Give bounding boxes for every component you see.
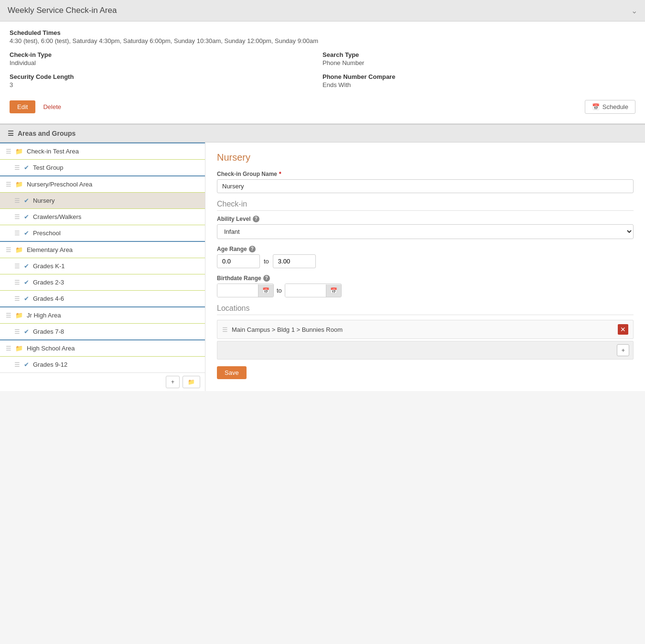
age-range-row: to <box>217 254 634 268</box>
group-name: Grades 2-3 <box>33 279 64 286</box>
folder-icon: 📁 <box>15 312 23 319</box>
folder-icon: 📁 <box>15 148 23 155</box>
drag-icon: ☰ <box>14 279 20 286</box>
group-item[interactable]: ☰ ✔ Grades K-1 <box>0 258 205 274</box>
edit-button[interactable]: Edit <box>10 100 35 113</box>
drag-icon: ☰ <box>14 164 20 171</box>
info-section: Scheduled Times 4:30 (test), 6:00 (test)… <box>0 22 645 124</box>
group-title: Nursery <box>217 152 634 163</box>
drag-icon: ☰ <box>6 312 11 319</box>
area-item[interactable]: ☰ 📁 Jr High Area <box>0 306 205 323</box>
birthdate-to-wrap: 📅 <box>285 284 342 297</box>
ability-level-group: Ability Level ? Infant Child Teen Adult <box>217 216 634 239</box>
checkin-type-label: Check-in Type <box>10 51 322 58</box>
check-circle-icon: ✔ <box>24 229 29 237</box>
age-range-label: Age Range ? <box>217 246 634 252</box>
areas-title: Areas and Groups <box>18 130 75 137</box>
drag-icon: ☰ <box>6 181 11 188</box>
save-button[interactable]: Save <box>217 366 247 379</box>
page-title: Weekly Service Check-in Area <box>8 6 117 15</box>
left-panel: ☰ 📁 Check-in Test Area ☰ ✔ Test Group ☰ … <box>0 142 205 391</box>
info-row: Check-in Type Individual Security Code L… <box>10 51 635 95</box>
age-range-from-input[interactable] <box>217 254 260 268</box>
add-folder-button[interactable]: 📁 <box>183 376 200 388</box>
age-range-group: Age Range ? to <box>217 246 634 268</box>
calendar-icon: 📅 <box>592 103 600 110</box>
checkin-group-name-label: Check-in Group Name * <box>217 171 634 177</box>
security-code-value: 3 <box>10 81 322 88</box>
drag-icon: ☰ <box>6 345 11 352</box>
delete-button[interactable]: Delete <box>43 103 61 110</box>
folder-icon: 📁 <box>15 246 23 253</box>
actions-row: Edit Delete 📅 Schedule <box>10 100 635 114</box>
group-item[interactable]: ☰ ✔ Crawlers/Walkers <box>0 208 205 225</box>
age-range-to-text: to <box>264 258 269 265</box>
search-type-col: Search Type Phone Number Phone Number Co… <box>322 51 635 95</box>
security-code-label: Security Code Length <box>10 73 322 80</box>
group-name: Test Group <box>33 164 64 171</box>
scheduled-times-label: Scheduled Times <box>10 29 635 36</box>
phone-compare-label: Phone Number Compare <box>322 73 635 80</box>
area-item[interactable]: ☰ 📁 Check-in Test Area <box>0 142 205 159</box>
location-row: ☰ Main Campus > Bldg 1 > Bunnies Room ✕ <box>217 320 634 339</box>
ability-help-icon: ? <box>253 216 259 222</box>
area-name: Elementary Area <box>27 246 73 253</box>
add-button[interactable]: + <box>166 376 180 388</box>
group-item[interactable]: ☰ ✔ Preschool <box>0 225 205 241</box>
birthdate-to-text: to <box>277 287 282 294</box>
drag-icon: ☰ <box>14 213 20 220</box>
search-type-value: Phone Number <box>322 59 635 66</box>
check-circle-icon: ✔ <box>24 197 29 204</box>
check-circle-icon: ✔ <box>24 295 29 302</box>
add-location-row: + <box>217 341 634 360</box>
group-name: Preschool <box>33 229 61 237</box>
checkin-group-name-input[interactable] <box>217 179 634 193</box>
right-panel: Nursery Check-in Group Name * Check-in A… <box>205 142 645 389</box>
drag-icon: ☰ <box>14 229 20 237</box>
drag-icon: ☰ <box>14 361 20 368</box>
search-type-label: Search Type <box>322 51 635 58</box>
location-path: Main Campus > Bldg 1 > Bunnies Room <box>232 326 343 333</box>
locations-title: Locations <box>217 304 634 315</box>
birthdate-to-input[interactable] <box>285 284 326 297</box>
area-name: Jr High Area <box>27 312 61 319</box>
birthdate-range-label: Birthdate Range ? <box>217 275 634 282</box>
ability-level-select[interactable]: Infant Child Teen Adult <box>217 224 634 239</box>
birthdate-help-icon: ? <box>263 275 270 282</box>
group-item[interactable]: ☰ ✔ Grades 4-6 <box>0 290 205 306</box>
age-range-to-input[interactable] <box>273 254 316 268</box>
page-header: Weekly Service Check-in Area ⌄ <box>0 0 645 22</box>
area-item[interactable]: ☰ 📁 High School Area <box>0 339 205 356</box>
area-item[interactable]: ☰ 📁 Nursery/Preschool Area <box>0 175 205 192</box>
checkin-section-title: Check-in <box>217 200 634 211</box>
add-location-button[interactable]: + <box>617 344 629 356</box>
location-delete-button[interactable]: ✕ <box>618 324 628 335</box>
phone-compare-value: Ends With <box>322 81 635 88</box>
group-item[interactable]: ☰ ✔ Grades 7-8 <box>0 323 205 339</box>
locations-section: Locations ☰ Main Campus > Bldg 1 > Bunni… <box>217 304 634 379</box>
area-item[interactable]: ☰ 📁 Elementary Area <box>0 241 205 258</box>
schedule-label: Schedule <box>602 103 628 110</box>
group-name: Grades K-1 <box>33 262 64 270</box>
group-item[interactable]: ☰ ✔ Grades 9-12 <box>0 356 205 372</box>
birthdate-row: 📅 to 📅 <box>217 284 634 297</box>
chevron-down-icon[interactable]: ⌄ <box>631 6 637 15</box>
group-item[interactable]: ☰ ✔ Grades 2-3 <box>0 274 205 290</box>
ability-level-label: Ability Level ? <box>217 216 634 222</box>
birthdate-from-input[interactable] <box>217 284 258 297</box>
checkin-type-value: Individual <box>10 59 322 66</box>
schedule-button[interactable]: 📅 Schedule <box>585 100 635 114</box>
group-item[interactable]: ☰ ✔ Nursery <box>0 192 205 208</box>
areas-header: ☰ Areas and Groups <box>0 124 645 142</box>
left-actions: Edit Delete <box>10 100 61 113</box>
birthdate-to-calendar-button[interactable]: 📅 <box>326 284 341 297</box>
group-name: Grades 4-6 <box>33 295 64 302</box>
folder-icon: 📁 <box>15 345 23 352</box>
group-item[interactable]: ☰ ✔ Test Group <box>0 159 205 175</box>
age-help-icon: ? <box>249 246 256 252</box>
check-circle-icon: ✔ <box>24 279 29 286</box>
birthdate-from-calendar-button[interactable]: 📅 <box>258 284 273 297</box>
check-circle-icon: ✔ <box>24 361 29 368</box>
group-name: Nursery <box>33 197 55 204</box>
check-circle-icon: ✔ <box>24 164 29 171</box>
